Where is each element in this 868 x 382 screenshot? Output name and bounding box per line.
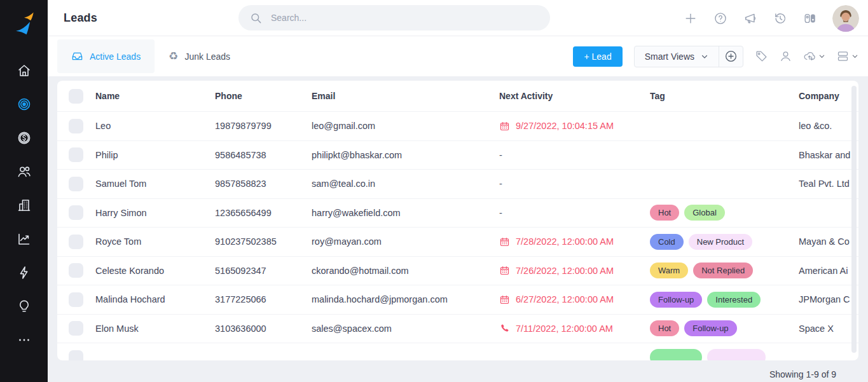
calendar-icon — [499, 121, 510, 132]
row-checkbox[interactable] — [69, 321, 83, 336]
row-checkbox[interactable] — [69, 350, 83, 360]
table-row[interactable]: Philip9586485738philipkt@bhaskar.com-Bha… — [57, 140, 858, 170]
row-checkbox[interactable] — [69, 205, 83, 220]
tag-pill[interactable]: Cold — [650, 234, 684, 250]
table-header-row: NamePhoneEmailNext ActivityTagCompany — [57, 81, 858, 111]
table-row[interactable]: Samuel Tom9857858823sam@teal.co.in-Teal … — [57, 169, 858, 198]
sidebar-item-leads[interactable] — [10, 87, 38, 121]
chart-icon — [17, 231, 32, 247]
sidebar-item-more[interactable] — [10, 323, 38, 357]
row-checkbox[interactable] — [69, 235, 83, 249]
tag-icon[interactable] — [755, 50, 768, 63]
column-header-next-activity[interactable]: Next Activity — [499, 91, 650, 101]
tag-pill[interactable]: Global — [684, 205, 725, 221]
tag-pill[interactable]: Hot — [650, 205, 679, 221]
lead-name[interactable]: Samuel Tom — [95, 179, 215, 189]
lead-company[interactable]: leo &co. — [799, 121, 858, 131]
tab-active-leads[interactable]: Active Leads — [57, 39, 155, 73]
lead-name[interactable]: Leo — [95, 121, 215, 131]
lead-company[interactable]: Mayan & Co — [799, 236, 858, 247]
table-row[interactable]: Celeste Korando5165092347ckorando@hotmai… — [57, 256, 858, 285]
lead-email: roy@mayan.com — [312, 236, 499, 247]
sidebar-item-reports[interactable] — [10, 222, 38, 256]
tag-pill[interactable]: New Product — [689, 234, 752, 250]
tag-pill[interactable] — [707, 349, 766, 360]
row-checkbox[interactable] — [69, 263, 83, 278]
row-checkbox[interactable] — [69, 177, 83, 191]
assign-user-icon[interactable] — [779, 50, 792, 63]
lead-name[interactable]: Harry Simon — [95, 208, 215, 218]
table-row[interactable]: Elon Musk3103636000sales@spacex.com7/11/… — [57, 314, 858, 343]
sidebar-item-companies[interactable] — [10, 188, 38, 222]
help-icon[interactable] — [713, 11, 728, 26]
lead-company[interactable]: American Ai — [799, 266, 858, 276]
pagination-status: Showing 1-9 of 9 — [57, 360, 858, 379]
sidebar-item-insights[interactable] — [10, 289, 38, 323]
lead-phone: 3103636000 — [215, 324, 312, 334]
tag-pill[interactable] — [650, 349, 702, 360]
history-icon[interactable] — [773, 11, 788, 26]
table-row[interactable]: Malinda Hochard3177225066malinda.hochard… — [57, 285, 858, 314]
lead-name[interactable]: Celeste Korando — [95, 266, 215, 276]
lead-phone: 9857858823 — [215, 179, 312, 189]
next-activity-date: 9/27/2022, 10:04:15 AM — [516, 121, 614, 131]
target-icon — [17, 97, 32, 112]
lead-name[interactable]: Malinda Hochard — [95, 294, 215, 304]
tag-pill[interactable]: Interested — [707, 292, 761, 308]
lead-company[interactable]: JPMorgan C — [799, 294, 858, 304]
tab-junk-leads[interactable]: ♻Junk Leads — [155, 39, 244, 73]
sidebar-item-home[interactable] — [10, 53, 38, 87]
add-smart-view-button[interactable] — [719, 46, 743, 67]
smart-views-label: Smart Views — [645, 51, 694, 62]
lead-company[interactable]: Teal Pvt. Ltd — [799, 179, 858, 189]
add-lead-button[interactable]: + Lead — [573, 46, 622, 67]
smart-views-dropdown[interactable]: Smart Views — [635, 46, 719, 67]
lead-next-activity: 9/27/2022, 10:04:15 AM — [499, 121, 650, 132]
tag-pill[interactable]: Warm — [650, 263, 688, 278]
table-scrollbar[interactable] — [851, 86, 857, 353]
column-header-name[interactable]: Name — [95, 91, 215, 101]
apps-icon[interactable] — [803, 11, 818, 26]
column-header-company[interactable]: Company — [799, 91, 858, 101]
add-icon[interactable] — [683, 11, 698, 26]
select-all-checkbox[interactable] — [69, 89, 83, 104]
lead-next-activity: 7/11/2022, 12:00:00 AM — [499, 323, 650, 334]
lead-phone: 910237502385 — [215, 236, 312, 247]
table-row[interactable]: Leo19879879799leo@gmail.com9/27/2022, 10… — [57, 111, 858, 140]
lead-name[interactable]: Philip — [95, 150, 215, 160]
lead-company[interactable]: Bhaskar and — [799, 150, 858, 160]
cloud-sync-icon[interactable] — [803, 50, 825, 63]
lead-company[interactable]: Space X — [799, 324, 858, 334]
table-row[interactable]: Harry Simon12365656499harry@wakefield.co… — [57, 198, 858, 228]
table-row[interactable] — [57, 343, 858, 360]
layout-rows-icon[interactable] — [836, 50, 858, 63]
column-header-tag[interactable]: Tag — [650, 91, 799, 101]
calendar-icon — [499, 265, 510, 276]
lead-name[interactable]: Royce Tom — [95, 236, 215, 247]
search-input[interactable] — [271, 13, 539, 23]
row-checkbox[interactable] — [69, 119, 83, 133]
sidebar-item-workflows[interactable] — [10, 256, 38, 289]
sidebar-item-contacts[interactable] — [10, 154, 38, 188]
column-header-phone[interactable]: Phone — [215, 91, 312, 101]
calendar-icon — [499, 294, 510, 305]
table-row[interactable]: Royce Tom910237502385roy@mayan.com7/28/2… — [57, 227, 858, 256]
tag-pill[interactable]: Follow-up — [650, 292, 702, 308]
building-icon — [17, 198, 32, 213]
row-checkbox[interactable] — [69, 147, 83, 162]
sidebar-item-deals[interactable] — [10, 121, 38, 154]
row-checkbox[interactable] — [69, 292, 83, 307]
user-avatar[interactable] — [832, 5, 859, 32]
lead-phone: 9586485738 — [215, 150, 312, 160]
app-logo-icon[interactable] — [10, 9, 38, 37]
next-activity-empty: - — [499, 179, 502, 189]
tag-pill[interactable]: Follow-up — [684, 320, 736, 336]
tag-pill[interactable]: Not Replied — [693, 263, 753, 278]
plus-circle-icon — [724, 50, 738, 63]
column-header-email[interactable]: Email — [312, 91, 499, 101]
lead-name[interactable]: Elon Musk — [95, 324, 215, 334]
tag-pill[interactable]: Hot — [650, 320, 679, 336]
lead-email: harry@wakefield.com — [312, 208, 499, 218]
announcements-icon[interactable] — [743, 11, 758, 26]
lead-email: malinda.hochard@jpmorgan.com — [312, 294, 499, 304]
